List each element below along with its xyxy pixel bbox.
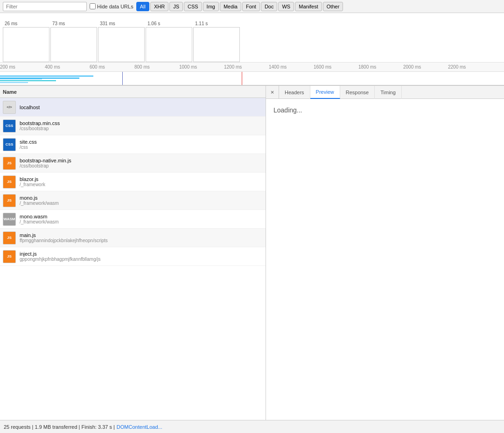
file-icon-css: CSS xyxy=(3,119,16,133)
request-name: main.js xyxy=(20,232,108,238)
request-info: site.css/css xyxy=(20,139,37,150)
request-name: localhost xyxy=(20,105,40,110)
filter-btn-other[interactable]: Other xyxy=(323,2,343,11)
thumb-box-1 xyxy=(50,27,97,62)
request-info: main.jsffpmgghannindojpckbnlakejhfheopn/… xyxy=(20,232,108,243)
file-icon-js: JS xyxy=(3,175,16,189)
request-info: mono.wasm/_framework/wasm xyxy=(20,214,59,224)
request-row[interactable]: JSblazor.js/_framework xyxy=(0,173,266,191)
file-icon-js: JS xyxy=(3,231,16,244)
ruler-tick: 800 ms xyxy=(134,64,150,70)
request-path: ffpmgghannindojpckbnlakejhfheopn/scripts xyxy=(20,238,108,243)
request-path: /css xyxy=(20,145,37,150)
request-path: /_framework/wasm xyxy=(20,201,59,206)
loading-text: Loading... xyxy=(273,106,302,114)
waterfall-ruler: 200 ms400 ms600 ms800 ms1000 ms1200 ms14… xyxy=(0,63,504,72)
request-name: inject.js xyxy=(20,251,100,257)
request-row[interactable]: JSmain.jsffpmgghannindojpckbnlakejhfheop… xyxy=(0,229,266,247)
thumbnail-0: 26 ms xyxy=(3,21,49,62)
ruler-tick: 1200 ms xyxy=(224,64,242,70)
ruler-tick: 1000 ms xyxy=(179,64,197,70)
filter-btn-img[interactable]: Img xyxy=(203,2,219,11)
status-bar: 25 requests | 1.9 MB transferred | Finis… xyxy=(0,420,504,433)
detail-tabs: × HeadersPreviewResponseTiming xyxy=(266,86,504,99)
filter-btn-media[interactable]: Media xyxy=(220,2,241,11)
request-name: blazor.js xyxy=(20,176,45,182)
request-info: localhost xyxy=(20,105,40,110)
ruler-tick: 2200 ms xyxy=(448,64,466,70)
request-path: /_framework xyxy=(20,182,45,187)
detail-content: Loading... xyxy=(266,99,504,420)
request-name: mono.js xyxy=(20,195,59,201)
waterfall-graph xyxy=(0,72,504,85)
filter-btn-font[interactable]: Font xyxy=(242,2,260,11)
thumbnails-row: 26 ms73 ms331 ms1.06 s1.11 s xyxy=(0,13,504,63)
timeline-area: 26 ms73 ms331 ms1.06 s1.11 s 200 ms400 m… xyxy=(0,13,504,85)
request-path: /css/bootstrap xyxy=(20,126,60,131)
wf-bar-3 xyxy=(0,76,93,77)
requests-panel: Name </>localhostCSSbootstrap.min.css/cs… xyxy=(0,86,266,420)
thumb-box-0 xyxy=(3,27,49,62)
filter-btn-doc[interactable]: Doc xyxy=(261,2,278,11)
file-icon-html: </> xyxy=(3,101,16,114)
thumb-box-3 xyxy=(146,27,192,62)
request-row[interactable]: WASMmono.wasm/_framework/wasm xyxy=(0,210,266,229)
request-info: blazor.js/_framework xyxy=(20,176,45,187)
request-info: bootstrap.min.css/css/bootstrap xyxy=(20,120,60,131)
ruler-tick: 200 ms xyxy=(0,64,15,70)
filter-btn-ws[interactable]: WS xyxy=(278,2,294,11)
detail-tab-timing[interactable]: Timing xyxy=(375,86,402,99)
detail-tab-headers[interactable]: Headers xyxy=(279,86,310,99)
filter-btn-css[interactable]: CSS xyxy=(184,2,202,11)
ruler-tick: 600 ms xyxy=(90,64,105,70)
request-path: /css/bootstrap xyxy=(20,163,71,168)
detail-tab-preview[interactable]: Preview xyxy=(310,86,340,99)
wf-bar-2 xyxy=(0,80,56,81)
request-row[interactable]: JSmono.js/_framework/wasm xyxy=(0,191,266,210)
dom-content-load-link[interactable]: DOMContentLoad... xyxy=(117,424,162,430)
thumb-label-4: 1.11 s xyxy=(193,21,208,26)
close-icon[interactable]: × xyxy=(266,86,279,99)
filter-btn-js[interactable]: JS xyxy=(169,2,183,11)
ruler-tick: 1600 ms xyxy=(314,64,331,70)
request-name: site.css xyxy=(20,139,37,145)
requests-header-label: Name xyxy=(3,89,17,95)
request-name: bootstrap-native.min.js xyxy=(20,158,71,163)
hide-data-urls-text: Hide data URLs xyxy=(97,4,133,9)
thumbnail-2: 331 ms xyxy=(98,21,145,62)
thumbnail-3: 1.06 s xyxy=(146,21,192,62)
thumb-box-4 xyxy=(193,27,240,62)
file-icon-wasm: WASM xyxy=(3,213,16,226)
file-icon-css: CSS xyxy=(3,138,16,151)
thumb-label-1: 73 ms xyxy=(50,21,65,26)
file-icon-js: JS xyxy=(3,194,16,207)
main-split: Name </>localhostCSSbootstrap.min.css/cs… xyxy=(0,85,504,420)
ruler-tick: 1400 ms xyxy=(269,64,287,70)
wf-bar-4 xyxy=(0,78,42,79)
request-row[interactable]: JSbootstrap-native.min.js/css/bootstrap xyxy=(0,154,266,173)
requests-list: </>localhostCSSbootstrap.min.css/css/boo… xyxy=(0,98,266,266)
request-row[interactable]: </>localhost xyxy=(0,98,266,117)
requests-header: Name xyxy=(0,86,266,98)
request-name: bootstrap.min.css xyxy=(20,120,60,126)
hide-data-urls-checkbox[interactable] xyxy=(90,3,96,9)
filter-btn-manifest[interactable]: Manifest xyxy=(295,2,322,11)
filter-input[interactable] xyxy=(3,2,87,11)
thumb-label-0: 26 ms xyxy=(3,21,17,26)
thumb-box-2 xyxy=(98,27,145,62)
request-row[interactable]: CSSbootstrap.min.css/css/bootstrap xyxy=(0,117,266,135)
request-path: /_framework/wasm xyxy=(20,219,59,224)
detail-tab-response[interactable]: Response xyxy=(340,86,375,99)
vmarker-red xyxy=(242,72,242,85)
thumbnail-4: 1.11 s xyxy=(193,21,240,62)
request-row[interactable]: JSinject.jsgppongmhjkpfnbhagpmjfkannfbll… xyxy=(0,247,266,266)
ruler-tick: 1800 ms xyxy=(358,64,376,70)
detail-tabs-list: HeadersPreviewResponseTiming xyxy=(279,86,402,99)
filter-btn-all[interactable]: All xyxy=(136,2,149,11)
hide-data-urls-label: Hide data URLs xyxy=(90,3,133,9)
request-info: bootstrap-native.min.js/css/bootstrap xyxy=(20,158,71,168)
vmarker-blue xyxy=(122,72,123,85)
request-row[interactable]: CSSsite.css/css xyxy=(0,135,266,154)
request-info: mono.js/_framework/wasm xyxy=(20,195,59,206)
filter-btn-xhr[interactable]: XHR xyxy=(150,2,168,11)
